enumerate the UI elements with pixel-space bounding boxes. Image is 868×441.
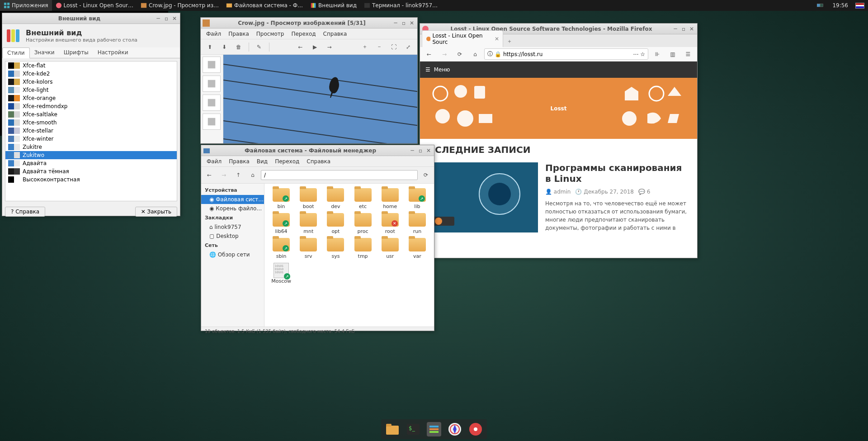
home-button[interactable]: ⌂ — [246, 169, 259, 181]
dock-music[interactable] — [468, 422, 483, 437]
folder-dev[interactable]: dev — [322, 187, 349, 210]
reload-button[interactable]: ⟳ — [453, 48, 466, 61]
maximize-button[interactable]: ▫ — [163, 15, 170, 22]
more-icon[interactable]: ⋯ — [633, 51, 638, 57]
menu-Правка[interactable]: Правка — [225, 30, 253, 38]
minimize-button[interactable]: ─ — [672, 25, 679, 33]
folder-srv[interactable]: srv — [295, 237, 321, 260]
folder-sbin[interactable]: ↗sbin — [268, 237, 294, 260]
maximize-button[interactable]: ▫ — [400, 19, 407, 27]
home-button[interactable]: ⌂ — [469, 48, 481, 61]
url-bar[interactable]: ⓘ 🔒 https://losst.ru ⋯ ☆ — [484, 48, 648, 60]
folder-root[interactable]: ✕root — [377, 212, 403, 235]
folder-sys[interactable]: sys — [322, 237, 349, 260]
folder-lib[interactable]: ↗lib — [404, 187, 430, 210]
tab-Значки[interactable]: Значки — [30, 47, 59, 58]
back-button[interactable]: ← — [423, 48, 435, 61]
bookmark-icon[interactable]: ☆ — [640, 51, 645, 57]
sidebar-Файловая сист…[interactable]: ◉ Файловая сист… — [201, 195, 264, 204]
menu-Переход[interactable]: Переход — [271, 157, 303, 166]
folder-opt[interactable]: opt — [322, 212, 349, 235]
task-viewer[interactable]: Crow.jpg - Просмотр из… — [137, 0, 222, 11]
path-input[interactable] — [261, 170, 418, 180]
task-firefox[interactable]: Losst - Linux Open Sour… — [52, 0, 137, 11]
info-icon[interactable]: ⓘ — [487, 50, 493, 58]
tab-Шрифты[interactable]: Шрифты — [59, 47, 93, 58]
dock-settings[interactable] — [426, 422, 442, 437]
style-Xfce-flat[interactable]: Xfce-flat — [5, 62, 177, 70]
folder-tmp[interactable]: tmp — [350, 237, 376, 260]
sidebar-Desktop[interactable]: ▢ Desktop — [201, 232, 264, 241]
menu-Переход[interactable]: Переход — [288, 30, 319, 38]
style-Xfce-winter[interactable]: Xfce-winter — [5, 135, 177, 143]
zoom-fit-icon[interactable]: ⛶ — [387, 41, 400, 53]
tab-Настройки[interactable]: Настройки — [93, 47, 133, 58]
forward-button[interactable]: → — [217, 169, 230, 181]
browser-tab[interactable]: Losst - Linux Open Sourc✕ — [422, 30, 503, 47]
task-appearance[interactable]: Внешний вид — [307, 0, 360, 11]
sidebar-Обзор сети[interactable]: 🌐 Обзор сети — [201, 250, 264, 259]
close-button[interactable]: ✕ — [408, 19, 415, 27]
titlebar[interactable]: Внешний вид ─ ▫ ✕ — [2, 13, 180, 24]
menu-Файл[interactable]: Файл — [203, 30, 225, 38]
menu-Просмотр[interactable]: Просмотр — [253, 30, 288, 38]
dock-files[interactable] — [385, 422, 400, 437]
close-button[interactable]: ✕ — [688, 25, 695, 33]
edit-icon[interactable]: ✎ — [253, 41, 265, 53]
minimize-button[interactable]: ─ — [409, 147, 416, 154]
save-icon[interactable]: ⬇ — [218, 41, 231, 53]
forward-button[interactable]: → — [438, 48, 451, 61]
maximize-button[interactable]: ▫ — [680, 25, 687, 33]
minimize-button[interactable]: ─ — [155, 15, 162, 22]
tab-Стили[interactable]: Стили — [2, 47, 30, 58]
style-Адвайта тёмная[interactable]: Адвайта тёмная — [5, 167, 177, 175]
keyboard-layout[interactable] — [852, 0, 868, 11]
fullscreen-icon[interactable]: ⤢ — [402, 41, 415, 53]
menu-Правка[interactable]: Правка — [225, 157, 253, 166]
style-Xfce-saltlake[interactable]: Xfce-saltlake — [5, 110, 177, 119]
folder-etc[interactable]: etc — [350, 187, 376, 210]
thumbnail[interactable] — [203, 95, 221, 111]
new-tab-button[interactable]: ＋ — [503, 36, 516, 47]
next-icon[interactable]: → — [323, 41, 336, 53]
style-Zukitwo[interactable]: Zukitwo — [5, 151, 177, 159]
maximize-button[interactable]: ▫ — [417, 147, 424, 154]
sidebar-icon[interactable]: ▥ — [666, 48, 679, 61]
sidebar-linok9757[interactable]: ⌂ linok9757 — [201, 223, 264, 232]
back-button[interactable]: ← — [203, 169, 216, 181]
workspace-switcher[interactable] — [813, 0, 829, 11]
menu-Файл[interactable]: Файл — [203, 157, 225, 166]
zoom-in-icon[interactable]: ＋ — [359, 41, 371, 53]
style-Xfce-stellar[interactable]: Xfce-stellar — [5, 127, 177, 135]
menu-Справка[interactable]: Справка — [303, 157, 334, 166]
style-Xfce-kde2[interactable]: Xfce-kde2 — [5, 70, 177, 78]
delete-icon[interactable]: 🗑 — [232, 41, 245, 53]
style-Xfce-kolors[interactable]: Xfce-kolors — [5, 78, 177, 86]
folder-mnt[interactable]: mnt — [295, 212, 321, 235]
style-Xfce-redmondxp[interactable]: Xfce-redmondxp — [5, 102, 177, 110]
close-button[interactable]: ✕ — [171, 15, 178, 22]
site-menu[interactable]: ☰ Меню — [420, 62, 697, 78]
play-icon[interactable]: ▶ — [309, 41, 321, 53]
clock[interactable]: 19:56 — [829, 0, 852, 11]
library-icon[interactable]: ⊪ — [651, 48, 664, 61]
reload-button[interactable]: ⟳ — [420, 169, 432, 181]
folder-var[interactable]: var — [404, 237, 430, 260]
file-Moscow[interactable]: 101010101010101↗Moscow — [268, 262, 294, 285]
style-Высококонтрастная[interactable]: Высококонтрастная — [5, 175, 177, 184]
folder-lib64[interactable]: ↗lib64 — [268, 212, 294, 235]
article-title[interactable]: Программы сканирования в Linux — [545, 162, 690, 184]
style-Xfce-smooth[interactable]: Xfce-smooth — [5, 119, 177, 127]
close-button[interactable]: ✕ — [425, 147, 432, 154]
thumbnail[interactable] — [203, 76, 221, 92]
style-Zukitre[interactable]: Zukitre — [5, 143, 177, 151]
sidebar-Корень файло…[interactable]: ◉ Корень файло… — [201, 204, 264, 213]
apps-menu[interactable]: Приложения — [0, 0, 52, 11]
task-fm[interactable]: Файловая система - Ф… — [222, 0, 307, 11]
folder-boot[interactable]: boot — [295, 187, 321, 210]
article-image[interactable] — [427, 162, 538, 232]
thumbnail[interactable] — [203, 114, 221, 130]
prev-icon[interactable]: ← — [294, 41, 307, 53]
dock-browser[interactable] — [447, 422, 462, 437]
up-button[interactable]: ↑ — [232, 169, 245, 181]
